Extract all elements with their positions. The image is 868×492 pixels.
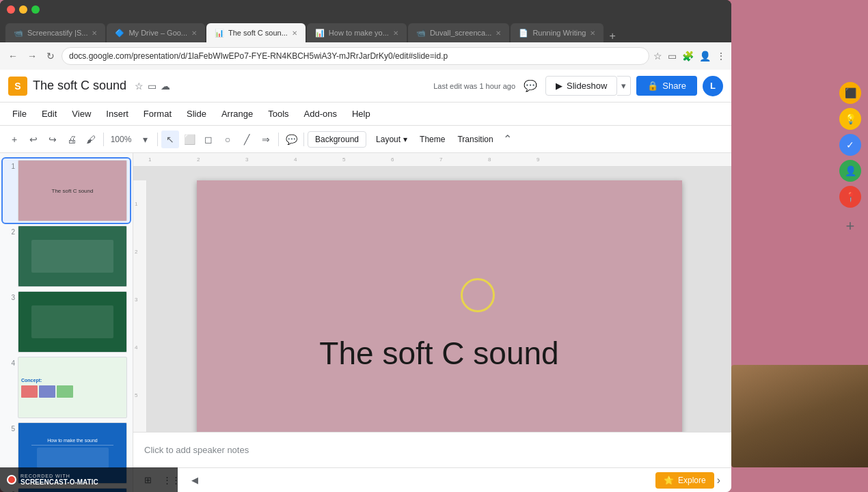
maximize-button[interactable] xyxy=(31,5,40,14)
canvas-inner: The soft C sound xyxy=(147,167,731,432)
slideshow-button[interactable]: ▶ Slideshow xyxy=(545,76,617,96)
extensions-icon[interactable]: 🧩 xyxy=(682,51,694,62)
vertical-ruler: 1 2 3 4 5 xyxy=(133,180,147,432)
theme-button[interactable]: Theme xyxy=(414,132,450,147)
webcam-feed xyxy=(731,365,868,467)
tasks-icon: ✓ xyxy=(846,139,854,150)
menu-help[interactable]: Help xyxy=(345,106,377,122)
right-icon-slides[interactable]: ⬛ xyxy=(839,82,861,104)
next-slide-button[interactable]: › xyxy=(714,472,723,489)
add-slide-button[interactable]: + xyxy=(5,131,23,148)
share-button[interactable]: 🔒 Share xyxy=(636,76,697,96)
slide-thumb-2[interactable]: 2 xyxy=(3,224,130,288)
tab-softc[interactable]: 📊 The soft C soun... ✕ xyxy=(206,23,306,42)
menu-icon[interactable]: ⋮ xyxy=(716,51,726,62)
explore-button[interactable]: ⭐ Explore xyxy=(655,472,714,489)
paintformat-button[interactable]: 🖌 xyxy=(82,131,100,148)
collapse-toolbar-button[interactable]: ⌃ xyxy=(503,133,512,146)
tab-close-icon[interactable]: ✕ xyxy=(496,29,501,37)
ruler-mark-1: 1 xyxy=(147,156,195,163)
tab-icon: 📄 xyxy=(519,29,528,38)
forward-button[interactable]: → xyxy=(25,49,40,63)
notes-placeholder: Click to add speaker notes xyxy=(144,445,249,455)
tab-mydrive[interactable]: 🔷 My Drive – Goo... ✕ xyxy=(107,23,205,42)
add-panel-button[interactable]: + xyxy=(839,217,861,235)
slide-thumb-4[interactable]: 4 Concept: xyxy=(3,355,130,420)
new-tab-button[interactable]: + xyxy=(605,30,619,42)
tab-screencastify[interactable]: 📹 Screencastify |S... ✕ xyxy=(5,23,105,42)
shape-tool[interactable]: ◻ xyxy=(200,131,217,148)
bookmark-icon[interactable]: ☆ xyxy=(653,51,662,62)
right-icon-maps[interactable]: 📍 xyxy=(839,186,861,208)
menu-edit[interactable]: Edit xyxy=(35,106,64,122)
zoom-button[interactable]: 100% xyxy=(107,131,135,148)
print-button[interactable]: 🖨 xyxy=(63,131,81,148)
collapse-panel-button[interactable]: ◀ xyxy=(189,472,201,488)
zoom-dropdown[interactable]: ▾ xyxy=(136,131,154,148)
star-icon[interactable]: ☆ xyxy=(135,81,144,92)
slide-content-1: The soft C sound xyxy=(18,161,126,221)
layout-button[interactable]: Layout ▾ xyxy=(370,132,413,147)
close-button[interactable] xyxy=(7,5,15,14)
slideshow-dropdown[interactable]: ▾ xyxy=(617,76,631,96)
tab-close-icon[interactable]: ✕ xyxy=(191,29,197,37)
circle-tool[interactable]: ○ xyxy=(219,131,236,148)
menu-insert[interactable]: Insert xyxy=(99,106,135,122)
menu-file[interactable]: File xyxy=(5,106,33,122)
tab-close-icon[interactable]: ✕ xyxy=(393,29,398,37)
minimize-button[interactable] xyxy=(19,5,27,14)
drive-icon[interactable]: ▭ xyxy=(148,81,157,92)
tab-howto[interactable]: 📊 How to make yo... ✕ xyxy=(307,23,407,42)
screencast-dot xyxy=(7,475,16,484)
comments-icon[interactable]: 💬 xyxy=(521,78,540,94)
notes-area[interactable]: Click to add speaker notes xyxy=(133,432,731,467)
doc-header-icons: ☆ ▭ ☁ xyxy=(135,81,170,92)
menu-tools[interactable]: Tools xyxy=(261,106,295,122)
line-tool[interactable]: ╱ xyxy=(238,131,256,148)
transition-button[interactable]: Transition xyxy=(452,132,498,147)
tab-label: My Drive – Goo... xyxy=(128,29,187,37)
slides-icon: ⬛ xyxy=(845,87,856,98)
user-avatar[interactable]: L xyxy=(703,76,723,96)
cloud-icon[interactable]: ☁ xyxy=(161,81,170,92)
menu-view[interactable]: View xyxy=(65,106,98,122)
right-icon-keep[interactable]: 💡 xyxy=(839,108,861,130)
select-tool[interactable]: ↖ xyxy=(161,131,179,148)
reload-button[interactable]: ↻ xyxy=(44,49,57,63)
tab-icon: 🔷 xyxy=(115,29,124,38)
main-area: 1 The soft C sound 2 xyxy=(0,153,731,492)
select-rect-tool[interactable]: ⬜ xyxy=(180,131,198,148)
screencast-logo-text: SCREENCAST-O-MATIC xyxy=(21,478,98,486)
separator-3 xyxy=(278,133,279,146)
redo-button[interactable]: ↪ xyxy=(44,131,62,148)
main-slide[interactable]: The soft C sound xyxy=(197,180,682,432)
address-input[interactable]: docs.google.com/presentation/d/1laFebWIw… xyxy=(62,47,649,65)
menu-slide[interactable]: Slide xyxy=(180,106,213,122)
profile-icon[interactable]: 👤 xyxy=(699,51,711,62)
right-icon-tasks[interactable]: ✓ xyxy=(839,134,861,156)
menu-format[interactable]: Format xyxy=(137,106,178,122)
slide-thumb-3[interactable]: 3 xyxy=(3,290,130,354)
undo-button[interactable]: ↩ xyxy=(25,131,42,148)
tab-close-icon[interactable]: ✕ xyxy=(590,29,595,37)
back-button[interactable]: ← xyxy=(5,49,21,63)
menu-addons[interactable]: Add-ons xyxy=(297,106,344,122)
tab-close-icon[interactable]: ✕ xyxy=(292,29,297,37)
slide-thumb-1[interactable]: 1 The soft C sound xyxy=(3,159,130,223)
background-button[interactable]: Background xyxy=(308,131,366,148)
ruler-mark-5: 5 xyxy=(341,156,390,163)
menu-arrange[interactable]: Arrange xyxy=(215,106,260,122)
doc-title[interactable]: The soft C sound xyxy=(33,79,126,93)
arrow-tool[interactable]: ⇒ xyxy=(257,131,275,148)
comment-tool[interactable]: 💬 xyxy=(282,131,300,148)
toolbar: + ↩ ↪ 🖨 🖌 100% ▾ ↖ ⬜ ◻ ○ ╱ ⇒ 💬 Backgroun… xyxy=(0,126,731,153)
tab-close-icon[interactable]: ✕ xyxy=(92,29,97,37)
maps-icon: 📍 xyxy=(845,191,856,202)
tab-icon: 📹 xyxy=(416,29,426,38)
contacts-icon: 👤 xyxy=(845,165,856,176)
cast-icon[interactable]: ▭ xyxy=(668,51,677,62)
tab-duvall[interactable]: 📹 Duvall_screenca... ✕ xyxy=(408,23,510,42)
right-icon-contacts[interactable]: 👤 xyxy=(839,160,861,182)
slide-num-1: 1 xyxy=(4,160,15,170)
tab-running[interactable]: 📄 Running Writing ✕ xyxy=(511,23,603,42)
